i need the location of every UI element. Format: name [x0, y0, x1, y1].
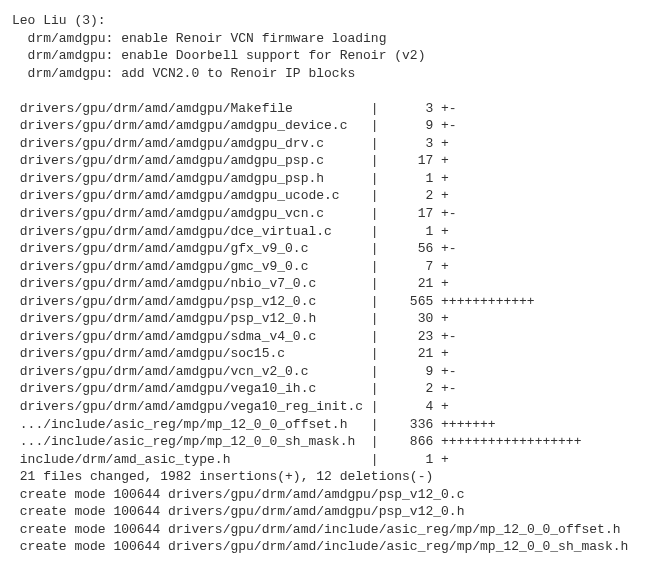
diffstat-graph: + [441, 170, 449, 188]
diffstat-separator: | [363, 275, 386, 293]
diffstat-graph: + [441, 275, 449, 293]
diffstat-row: drivers/gpu/drm/amd/amdgpu/amdgpu_psp.h|… [20, 170, 658, 188]
diffstat-file: drivers/gpu/drm/amd/amdgpu/vcn_v2_0.c [20, 363, 363, 381]
diffstat-row: drivers/gpu/drm/amd/amdgpu/amdgpu_device… [20, 117, 658, 135]
diffstat-count: 9 [386, 363, 441, 381]
diffstat-graph: +- [441, 100, 457, 118]
diffstat-count: 4 [386, 398, 441, 416]
diffstat-count: 3 [386, 135, 441, 153]
diffstat-row: include/drm/amd_asic_type.h|1+ [20, 451, 658, 469]
diffstat-graph: + [441, 135, 449, 153]
diffstat-file: drivers/gpu/drm/amd/amdgpu/gfx_v9_0.c [20, 240, 363, 258]
diffstat-separator: | [363, 433, 386, 451]
diffstat-graph: +++++++ [441, 416, 496, 434]
diffstat-graph: + [441, 258, 449, 276]
diffstat-row: drivers/gpu/drm/amd/amdgpu/vega10_ih.c|2… [20, 380, 658, 398]
diffstat-row: drivers/gpu/drm/amd/amdgpu/dce_virtual.c… [20, 223, 658, 241]
diffstat-file: drivers/gpu/drm/amd/amdgpu/amdgpu_vcn.c [20, 205, 363, 223]
diffstat-row: drivers/gpu/drm/amd/amdgpu/amdgpu_psp.c|… [20, 152, 658, 170]
diffstat-file: drivers/gpu/drm/amd/amdgpu/nbio_v7_0.c [20, 275, 363, 293]
diffstat-count: 1 [386, 451, 441, 469]
diffstat-graph: + [441, 310, 449, 328]
diffstat-separator: | [363, 310, 386, 328]
diffstat-graph: +- [441, 117, 457, 135]
commit-message: drm/amdgpu: enable Renoir VCN firmware l… [12, 30, 658, 48]
diffstat-graph: ++++++++++++ [441, 293, 535, 311]
diffstat-separator: | [363, 258, 386, 276]
diffstat-row: drivers/gpu/drm/amd/amdgpu/psp_v12_0.h|3… [20, 310, 658, 328]
diffstat-count: 866 [386, 433, 441, 451]
diffstat-graph: + [441, 451, 449, 469]
diffstat-count: 17 [386, 205, 441, 223]
diffstat-row: drivers/gpu/drm/amd/amdgpu/nbio_v7_0.c|2… [20, 275, 658, 293]
diffstat-row: .../include/asic_reg/mp/mp_12_0_0_sh_mas… [20, 433, 658, 451]
diffstat-file: drivers/gpu/drm/amd/amdgpu/vega10_ih.c [20, 380, 363, 398]
author-line: Leo Liu (3): [12, 12, 658, 30]
diffstat-row: drivers/gpu/drm/amd/amdgpu/psp_v12_0.c|5… [20, 293, 658, 311]
diffstat-row: drivers/gpu/drm/amd/amdgpu/vega10_reg_in… [20, 398, 658, 416]
diffstat-separator: | [363, 100, 386, 118]
diffstat-file: drivers/gpu/drm/amd/amdgpu/amdgpu_device… [20, 117, 363, 135]
diffstat-file: include/drm/amd_asic_type.h [20, 451, 363, 469]
summary-line: 21 files changed, 1982 insertions(+), 12… [12, 468, 658, 486]
diffstat-block: drivers/gpu/drm/amd/amdgpu/Makefile|3+-d… [12, 100, 658, 468]
create-mode-line: create mode 100644 drivers/gpu/drm/amd/a… [12, 486, 658, 504]
diffstat-graph: + [441, 152, 449, 170]
diffstat-file: drivers/gpu/drm/amd/amdgpu/amdgpu_drv.c [20, 135, 363, 153]
diffstat-separator: | [363, 223, 386, 241]
diffstat-graph: +- [441, 205, 457, 223]
diffstat-count: 21 [386, 275, 441, 293]
diffstat-count: 1 [386, 223, 441, 241]
diffstat-row: drivers/gpu/drm/amd/amdgpu/vcn_v2_0.c|9+… [20, 363, 658, 381]
diffstat-file: drivers/gpu/drm/amd/amdgpu/amdgpu_psp.c [20, 152, 363, 170]
diffstat-separator: | [363, 363, 386, 381]
diffstat-count: 17 [386, 152, 441, 170]
diffstat-file: .../include/asic_reg/mp/mp_12_0_0_sh_mas… [20, 433, 363, 451]
spacer [12, 82, 658, 100]
diffstat-separator: | [363, 240, 386, 258]
commit-message: drm/amdgpu: add VCN2.0 to Renoir IP bloc… [12, 65, 658, 83]
diffstat-graph: +- [441, 240, 457, 258]
diffstat-file: drivers/gpu/drm/amd/amdgpu/gmc_v9_0.c [20, 258, 363, 276]
create-mode-line: create mode 100644 drivers/gpu/drm/amd/i… [12, 521, 658, 539]
diffstat-row: drivers/gpu/drm/amd/amdgpu/amdgpu_ucode.… [20, 187, 658, 205]
diffstat-file: drivers/gpu/drm/amd/amdgpu/sdma_v4_0.c [20, 328, 363, 346]
diffstat-file: drivers/gpu/drm/amd/amdgpu/vega10_reg_in… [20, 398, 363, 416]
diffstat-count: 23 [386, 328, 441, 346]
diffstat-file: drivers/gpu/drm/amd/amdgpu/amdgpu_ucode.… [20, 187, 363, 205]
diffstat-row: drivers/gpu/drm/amd/amdgpu/gmc_v9_0.c|7+ [20, 258, 658, 276]
diffstat-count: 7 [386, 258, 441, 276]
diffstat-file: drivers/gpu/drm/amd/amdgpu/psp_v12_0.h [20, 310, 363, 328]
diffstat-separator: | [363, 293, 386, 311]
diffstat-row: .../include/asic_reg/mp/mp_12_0_0_offset… [20, 416, 658, 434]
diffstat-file: drivers/gpu/drm/amd/amdgpu/Makefile [20, 100, 363, 118]
diffstat-separator: | [363, 345, 386, 363]
diffstat-count: 21 [386, 345, 441, 363]
diffstat-separator: | [363, 135, 386, 153]
diffstat-file: drivers/gpu/drm/amd/amdgpu/amdgpu_psp.h [20, 170, 363, 188]
diffstat-row: drivers/gpu/drm/amd/amdgpu/gfx_v9_0.c|56… [20, 240, 658, 258]
diffstat-file: drivers/gpu/drm/amd/amdgpu/dce_virtual.c [20, 223, 363, 241]
diffstat-graph: + [441, 187, 449, 205]
diffstat-separator: | [363, 398, 386, 416]
diffstat-count: 336 [386, 416, 441, 434]
diffstat-separator: | [363, 451, 386, 469]
diffstat-separator: | [363, 205, 386, 223]
diffstat-row: drivers/gpu/drm/amd/amdgpu/soc15.c|21+ [20, 345, 658, 363]
diffstat-row: drivers/gpu/drm/amd/amdgpu/amdgpu_vcn.c|… [20, 205, 658, 223]
diffstat-count: 2 [386, 187, 441, 205]
diffstat-graph: + [441, 398, 449, 416]
diffstat-count: 2 [386, 380, 441, 398]
diffstat-count: 1 [386, 170, 441, 188]
diffstat-graph: +- [441, 380, 457, 398]
create-mode-line: create mode 100644 drivers/gpu/drm/amd/i… [12, 538, 658, 556]
diffstat-graph: ++++++++++++++++++ [441, 433, 581, 451]
diffstat-separator: | [363, 187, 386, 205]
diffstat-count: 9 [386, 117, 441, 135]
diffstat-row: drivers/gpu/drm/amd/amdgpu/sdma_v4_0.c|2… [20, 328, 658, 346]
diffstat-file: drivers/gpu/drm/amd/amdgpu/psp_v12_0.c [20, 293, 363, 311]
diffstat-count: 56 [386, 240, 441, 258]
diffstat-count: 3 [386, 100, 441, 118]
diffstat-row: drivers/gpu/drm/amd/amdgpu/amdgpu_drv.c|… [20, 135, 658, 153]
diffstat-graph: + [441, 223, 449, 241]
